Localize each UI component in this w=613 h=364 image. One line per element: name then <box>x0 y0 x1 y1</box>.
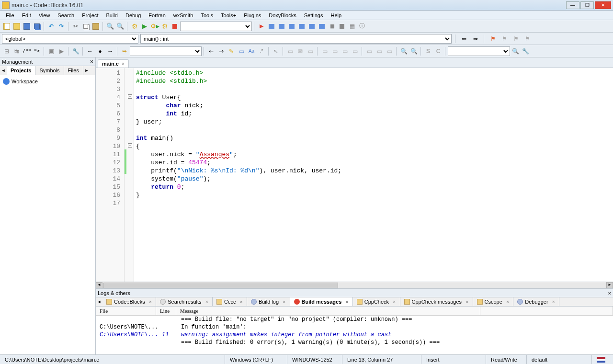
logs-tab-cscope[interactable]: Cscope× <box>473 297 514 306</box>
debug-continue-button[interactable]: ▶ <box>257 22 266 31</box>
form2-button[interactable]: ▭ <box>375 46 384 56</box>
log-row[interactable]: === Build file: "no target" in "no proje… <box>96 316 613 323</box>
box2-button[interactable]: ✉ <box>295 46 305 56</box>
break-button[interactable]: ▮▮ <box>327 22 337 31</box>
new-file-button[interactable] <box>2 22 11 31</box>
log-row[interactable]: C:\Users\NOTE\...In function 'main': <box>96 323 613 331</box>
scope-global-select[interactable]: <global> <box>2 34 138 44</box>
s-button[interactable]: S <box>423 46 433 56</box>
search-go-button[interactable]: 🔍 <box>511 46 520 56</box>
close-button[interactable]: ✕ <box>595 1 611 9</box>
tab-close-icon[interactable]: × <box>465 299 468 305</box>
tab-close-icon[interactable]: × <box>239 299 242 305</box>
menu-debug[interactable]: Debug <box>122 11 145 19</box>
menu-search[interactable]: Search <box>54 11 78 19</box>
col-extra[interactable] <box>480 307 613 315</box>
c-button[interactable]: C <box>433 46 443 56</box>
uncomment-button[interactable]: *< <box>32 46 42 56</box>
menu-build[interactable]: Build <box>102 11 121 19</box>
build-target-select[interactable] <box>180 22 252 31</box>
tab-close-icon[interactable]: × <box>283 299 285 305</box>
col-line[interactable]: Line <box>156 307 176 315</box>
code-body[interactable]: #include <stdio.h>#include <stdlib.h> st… <box>134 68 613 282</box>
box1-button[interactable]: ▭ <box>285 46 295 56</box>
highlight-next-button[interactable]: ⇒ <box>216 46 226 56</box>
logs-tab-buildlog[interactable]: Build log× <box>247 297 290 306</box>
mgmt-tab-projects[interactable]: Projects <box>7 66 35 75</box>
zoom-out-button[interactable]: 🔍 <box>409 46 419 56</box>
editor-tab-close[interactable]: × <box>122 61 125 67</box>
tab-close-icon[interactable]: × <box>345 299 348 305</box>
toggle-comment-button[interactable]: ↹ <box>12 46 22 56</box>
scope-function-select[interactable]: main() : int <box>140 34 452 44</box>
horizontal-scrollbar[interactable]: ◄ ► <box>96 282 613 288</box>
editor-tab-main[interactable]: main.c × <box>98 59 129 68</box>
replace-button[interactable]: 🔍 <box>115 22 125 31</box>
mgmt-tab-files[interactable]: Files <box>64 66 83 75</box>
layout3-button[interactable]: ▭ <box>340 46 350 56</box>
toggle-source-button[interactable]: ⊟ <box>2 46 11 56</box>
comment-button[interactable]: /** <box>22 46 32 56</box>
jump-mark-button[interactable]: ● <box>95 46 105 56</box>
tab-close-icon[interactable]: × <box>149 299 152 305</box>
copy-button[interactable] <box>81 22 91 31</box>
save-button[interactable] <box>22 22 32 31</box>
find-button[interactable]: 🔍 <box>105 22 115 31</box>
box3-button[interactable]: ▭ <box>306 46 315 56</box>
debug-info-button[interactable]: ⓘ <box>357 22 367 31</box>
last-jump-button[interactable]: ➥ <box>120 46 129 56</box>
redo-button[interactable]: ↷ <box>57 22 66 31</box>
zoom-in-button[interactable]: 🔍 <box>399 46 409 56</box>
col-message[interactable]: Message <box>176 307 480 315</box>
regex-button[interactable]: .* <box>257 46 266 56</box>
bookmark-prev-button[interactable]: ⚑ <box>499 34 509 44</box>
save-all-button[interactable] <box>32 22 42 31</box>
mgmt-tab-next[interactable]: ► <box>83 68 90 73</box>
logs-tab-codeblocks[interactable]: Code::Blocks× <box>102 297 156 306</box>
form1-button[interactable]: ▭ <box>364 46 374 56</box>
logs-close-button[interactable]: × <box>608 290 611 296</box>
next-instr-button[interactable] <box>307 22 317 31</box>
menu-view[interactable]: View <box>35 11 54 19</box>
tab-close-icon[interactable]: × <box>506 299 509 305</box>
mgmt-tab-symbols[interactable]: Symbols <box>35 66 64 75</box>
debug-windows-button[interactable]: ▦ <box>347 22 357 31</box>
code-editor[interactable]: 1234567891011121314151617 − − #include <… <box>96 68 613 282</box>
tab-close-icon[interactable]: × <box>205 299 208 305</box>
paste-button[interactable] <box>91 22 101 31</box>
select-skip-button[interactable]: ▭ <box>237 46 246 56</box>
logs-tab-cccc[interactable]: Cccc× <box>213 297 247 306</box>
menu-edit[interactable]: Edit <box>18 11 35 19</box>
management-close-button[interactable]: × <box>90 58 93 65</box>
search-select[interactable] <box>448 46 510 56</box>
layout1-button[interactable]: ▭ <box>320 46 329 56</box>
logs-tab-cppcheck[interactable]: CppCheck× <box>353 297 400 306</box>
build-button[interactable]: ⚙ <box>130 22 139 31</box>
menu-project[interactable]: Project <box>78 11 102 19</box>
bookmark-next-button[interactable]: ⚑ <box>511 34 521 44</box>
cursor-button[interactable]: ↖ <box>271 46 281 56</box>
run-button[interactable]: ▶ <box>140 22 149 31</box>
build-run-button[interactable]: ⚙▶ <box>150 22 159 31</box>
menu-file[interactable]: File <box>2 11 18 19</box>
step-into-button[interactable] <box>287 22 296 31</box>
maximize-button[interactable]: ❐ <box>580 1 594 9</box>
run-to-cursor-button[interactable] <box>267 22 276 31</box>
bookmark-clear-button[interactable]: ⚑ <box>522 34 532 44</box>
abort-button[interactable] <box>170 22 180 31</box>
scroll-right-button[interactable]: ► <box>606 282 613 289</box>
logs-tab-cppcheckmsg[interactable]: CppCheck messages× <box>400 297 473 306</box>
menu-settings[interactable]: Settings <box>300 11 327 19</box>
mgmt-tab-prev[interactable]: ◄ <box>0 68 7 73</box>
tab-close-icon[interactable]: × <box>552 299 555 305</box>
menu-wxsmith[interactable]: wxSmith <box>170 11 197 19</box>
jump-forward-button[interactable]: → <box>105 46 115 56</box>
col-file[interactable]: File <box>96 307 156 315</box>
step-into-instr-button[interactable] <box>317 22 327 31</box>
minimize-button[interactable]: — <box>566 1 579 9</box>
layout4-button[interactable]: ▭ <box>350 46 360 56</box>
step-out-button[interactable] <box>297 22 306 31</box>
menu-help[interactable]: Help <box>327 11 345 19</box>
open-button[interactable] <box>12 22 22 31</box>
stop-debug-button[interactable] <box>337 22 347 31</box>
